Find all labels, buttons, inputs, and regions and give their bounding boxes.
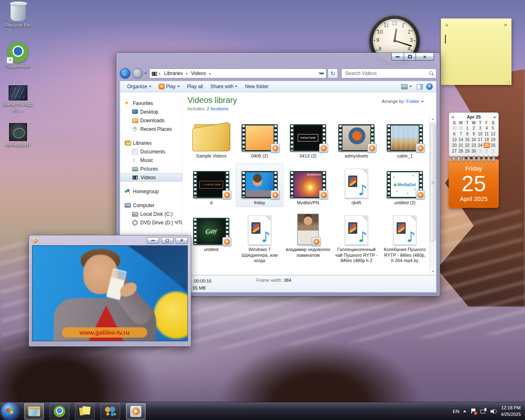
change-view-button[interactable] (399, 84, 413, 89)
sidebar-item-documents[interactable]: Documents (120, 147, 182, 156)
calendar-day[interactable]: 27 (451, 148, 458, 154)
sidebar-item-homegroup[interactable]: Homegroup (120, 187, 182, 196)
calendar-day[interactable]: 16 (470, 137, 477, 142)
file-item[interactable]: ♪Колебания Пушного RYTP - iMiles (480p, … (381, 210, 429, 265)
action-center-icon[interactable]: × (470, 408, 477, 415)
volume-icon[interactable] (491, 408, 497, 415)
file-item[interactable]: Sample Videos (187, 117, 235, 160)
media-player-titlebar[interactable]: × (32, 235, 188, 245)
explorer-close-button[interactable]: × (415, 53, 434, 61)
file-item[interactable]: ныштым0413 (2) (284, 117, 332, 160)
file-item[interactable]: cable_1 (381, 117, 429, 160)
share-with-button[interactable]: Share with (207, 81, 242, 92)
network-icon[interactable] (480, 408, 487, 415)
sidebar-item-computer[interactable]: Computer (120, 201, 182, 210)
file-item[interactable]: →ныштымd (187, 164, 235, 207)
sidebar-item-downloads[interactable]: Downloads (120, 116, 182, 125)
calendar-day[interactable]: 14 (458, 137, 464, 142)
calendar-day[interactable]: 11 (484, 131, 490, 137)
breadcrumb-libraries[interactable]: Libraries (162, 70, 185, 77)
calendar-day[interactable]: 20 (451, 143, 458, 148)
file-item[interactable]: ♪Галлюциногенный чай Пушного RYTP - iMil… (333, 210, 380, 265)
start-button[interactable] (1, 403, 18, 420)
calendar-day[interactable]: 17 (477, 137, 484, 142)
file-item[interactable]: 0405 (2) (236, 117, 283, 160)
calendar-day[interactable]: 30 (470, 148, 477, 154)
search-box[interactable] (341, 68, 436, 78)
file-item[interactable]: ♪rjk45 (333, 164, 380, 207)
explorer-minimize-button[interactable] (391, 53, 404, 61)
sidebar-item-music[interactable]: Music (120, 156, 182, 164)
calendar-day[interactable]: 30 (451, 126, 458, 131)
file-item[interactable]: friday (236, 164, 283, 207)
preview-pane-icon[interactable] (417, 84, 423, 89)
file-item[interactable]: MydilateleoMydilaVPN (284, 164, 332, 207)
calendar-day[interactable]: 2 (470, 126, 477, 131)
file-item[interactable]: владимир недоволен ламинатом (284, 210, 332, 265)
taskbar-clock[interactable]: 12:18 PM 4/25/2025 (501, 405, 521, 418)
play-all-button[interactable]: Play all (183, 81, 207, 92)
player-minimize-button[interactable] (147, 237, 159, 244)
file-item[interactable]: Gayuntitled (187, 210, 235, 265)
calendar-day[interactable]: 2 (484, 148, 490, 154)
sidebar-item-recent-places[interactable]: Recent Places (120, 125, 182, 133)
desktop-icon-frame-shortcut[interactable]: какой-то кадр из ... (1, 85, 35, 113)
calendar-day[interactable]: 1 (477, 148, 484, 154)
file-item[interactable]: MediaGetuntitled (2) (381, 164, 429, 207)
desktop-icon-recycle-bin[interactable]: Recycle Bin (1, 2, 35, 28)
calendar-day[interactable]: 18 (484, 137, 490, 142)
calendar-day[interactable]: 3 (490, 148, 496, 154)
scroll-up-icon[interactable]: ▲ (429, 115, 436, 122)
scrollbar-thumb[interactable] (430, 123, 436, 242)
calendar-day[interactable]: 6 (451, 131, 458, 137)
sidebar-item-dvd-drive-d-чтоб[interactable]: DVD Drive (D:) ЧТОБ (120, 218, 182, 227)
language-indicator[interactable]: EN (453, 409, 459, 414)
new-folder-button[interactable]: New folder (241, 81, 272, 92)
sticky-note-gadget[interactable]: + × (441, 18, 511, 85)
calendar-prev-icon[interactable]: ◀ (451, 115, 454, 119)
sidebar-item-desktop[interactable]: Desktop (120, 107, 182, 116)
address-bar[interactable]: ▸ Libraries ▸ Videos ▸ (149, 68, 326, 78)
calendar-day[interactable]: 8 (464, 131, 470, 137)
video-surface[interactable]: www.galileo-tv.ru (32, 245, 188, 341)
sticky-note-resize-grip[interactable] (507, 80, 510, 84)
calendar-day[interactable]: 9 (470, 131, 477, 137)
calendar-day[interactable]: 15 (464, 137, 470, 142)
calendar-next-icon[interactable]: ▶ (494, 115, 496, 119)
calendar-day[interactable]: 3 (477, 126, 484, 131)
calendar-day[interactable]: 23 (470, 143, 477, 148)
calendar-day[interactable]: 31 (458, 126, 464, 131)
sidebar-item-pictures[interactable]: Pictures (120, 164, 182, 173)
calendar-day[interactable]: 5 (490, 126, 496, 131)
sticky-note-close-button[interactable]: × (504, 21, 507, 28)
calendar-gadget[interactable]: ◀ Apr 25 ▶ SMTWTFS 303112345678910111213… (449, 112, 499, 208)
show-hidden-icons-icon[interactable] (463, 410, 466, 412)
refresh-button[interactable]: ↻ (328, 68, 338, 78)
sidebar-item-local-disk-c-[interactable]: Local Disk (C:) (120, 210, 182, 218)
file-item[interactable]: admyslivets (333, 117, 380, 160)
breadcrumb-videos[interactable]: Videos (189, 70, 208, 77)
calendar-day[interactable]: 21 (458, 143, 464, 148)
sidebar-item-favorites[interactable]: Favorites (120, 99, 182, 107)
calendar-day[interactable]: 19 (490, 137, 496, 142)
explorer-maximize-button[interactable] (404, 53, 415, 61)
calendar-day[interactable]: 24 (477, 143, 484, 148)
taskbar-item-explorer[interactable] (24, 403, 44, 420)
back-button[interactable]: ← (120, 68, 130, 79)
scroll-down-icon[interactable]: ▼ (429, 268, 436, 275)
calendar-day[interactable]: 10 (477, 131, 484, 137)
calendar-day[interactable]: 26 (490, 143, 496, 148)
locations-link[interactable]: 2 locations (207, 106, 228, 111)
sidebar-item-videos[interactable]: Videos (120, 173, 182, 182)
calendar-day[interactable]: 22 (464, 143, 470, 148)
calendar-day[interactable]: 29 (464, 148, 470, 154)
calendar-day[interactable]: 28 (458, 148, 464, 154)
sticky-note-add-button[interactable]: + (445, 21, 449, 28)
arrange-by-dropdown[interactable]: Folder (406, 99, 419, 104)
play-button[interactable]: Play (155, 81, 183, 92)
taskbar-item-media-player[interactable] (126, 403, 146, 420)
calendar-day-selected[interactable]: 25 (484, 143, 490, 148)
sidebar-item-libraries[interactable]: Libraries (120, 139, 182, 147)
desktop-icon-supermium[interactable]: Supermium (1, 42, 35, 69)
recent-pages-dropdown-icon[interactable] (144, 73, 147, 74)
